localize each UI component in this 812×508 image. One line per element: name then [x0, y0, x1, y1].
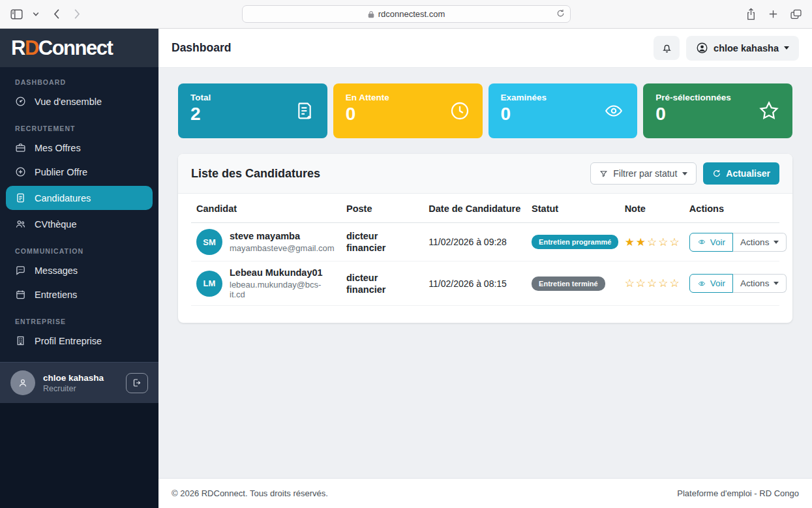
- table-row: SM steve mayamba mayambasteve@gmail.com …: [191, 223, 779, 261]
- voir-button[interactable]: Voir: [689, 233, 733, 252]
- user-name: chloe kahasha: [43, 373, 104, 383]
- col-note: Note: [620, 194, 684, 223]
- candidate-initials-avatar: LM: [196, 271, 222, 297]
- stat-card-pre-selectionnees[interactable]: Pré-sélectionnées 0: [643, 83, 792, 138]
- forward-icon[interactable]: [74, 8, 81, 20]
- candidate-initials-avatar: SM: [196, 229, 222, 255]
- sidebar-filler: [0, 403, 158, 508]
- stat-card-examinees[interactable]: Examinées 0: [489, 83, 638, 138]
- plus-circle-icon: [15, 166, 26, 177]
- file-text-icon: [15, 192, 26, 203]
- briefcase-icon: [15, 142, 26, 153]
- candidatures-card-header: Liste des Candidatures Filtrer par statu…: [178, 154, 792, 194]
- star-icon: [758, 100, 780, 122]
- section-label-recrutement: RECRUTEMENT: [0, 113, 158, 136]
- app-header: Dashboard chloe kahasha: [158, 29, 812, 68]
- sidebar-item-label: Publier Offre: [35, 167, 87, 177]
- sidebar-item-label: Candidatures: [35, 193, 91, 203]
- footer-platform: Plateforme d'emploi - RD Congo: [677, 488, 799, 498]
- notifications-button[interactable]: [654, 36, 680, 60]
- building-icon: [15, 335, 26, 346]
- sidebar-toggle-icon[interactable]: [10, 9, 23, 20]
- document-icon: [294, 100, 315, 121]
- chevron-down-icon: [774, 282, 779, 285]
- col-candidat: Candidat: [191, 194, 341, 223]
- rating-stars[interactable]: ☆☆☆☆☆: [625, 277, 681, 290]
- sidebar-item-candidatures[interactable]: Candidatures: [6, 186, 153, 210]
- actions-label: Actions: [740, 278, 769, 288]
- reload-icon[interactable]: [556, 8, 565, 18]
- status-badge: Entretien terminé: [532, 276, 605, 291]
- candidatures-table: Candidat Poste Date de Candidature Statu…: [191, 194, 779, 306]
- user-menu-button[interactable]: chloe kahasha: [686, 36, 799, 61]
- sidebar-item-label: Messages: [35, 265, 78, 276]
- chevron-down-icon: [774, 241, 779, 244]
- candidate-name: Lebeau Mukunday01: [230, 267, 336, 278]
- refresh-button[interactable]: Actualiser: [703, 162, 779, 185]
- user-role: Recruiter: [43, 384, 104, 393]
- section-label-entreprise: ENTREPRISE: [0, 306, 158, 329]
- chevron-down-icon[interactable]: [33, 12, 39, 16]
- logo-r: R: [11, 37, 25, 59]
- logout-button[interactable]: [126, 373, 148, 393]
- funnel-icon: [599, 170, 608, 178]
- sidebar-item-messages[interactable]: Messages: [0, 258, 158, 282]
- sidebar-item-label: Vue d'ensemble: [35, 97, 102, 107]
- sidebar-item-publier-offre[interactable]: Publier Offre: [0, 160, 158, 184]
- rating-stars[interactable]: ★★☆☆☆: [625, 236, 681, 248]
- filter-status-label: Filtrer par statut: [613, 168, 677, 179]
- stat-cards: Total 2 En Attente 0: [178, 83, 792, 138]
- voir-button[interactable]: Voir: [689, 274, 733, 293]
- list-title: Liste des Candidatures: [191, 167, 320, 181]
- stat-card-en-attente[interactable]: En Attente 0: [333, 83, 483, 138]
- candidate-poste: dicteur financier: [346, 273, 385, 295]
- calendar-icon: [15, 289, 26, 300]
- new-tab-icon[interactable]: [768, 9, 778, 19]
- sidebar-item-profil-entreprise[interactable]: Profil Entreprise: [0, 329, 158, 353]
- col-actions: Actions: [684, 194, 779, 223]
- sidebar-item-cvtheque[interactable]: CVthèque: [0, 212, 158, 236]
- back-icon[interactable]: [53, 8, 60, 20]
- candidate-email: mayambasteve@gmail.com: [230, 243, 335, 253]
- table-row: LM Lebeau Mukunday01 lebeau.mukunday@bcs…: [191, 261, 779, 306]
- browser-chrome: rdconnectest.com: [0, 0, 812, 29]
- sidebar-item-label: Profil Entreprise: [35, 336, 102, 346]
- sidebar-item-mes-offres[interactable]: Mes Offres: [0, 136, 158, 160]
- avatar: [10, 370, 35, 395]
- actions-button[interactable]: Actions: [733, 233, 787, 252]
- lock-icon: [368, 10, 374, 18]
- status-badge: Entretien programmé: [532, 235, 618, 249]
- tabs-overview-icon[interactable]: [790, 9, 802, 20]
- col-statut: Statut: [526, 194, 620, 223]
- candidate-date: 11/02/2026 à 09:28: [429, 237, 507, 247]
- users-icon: [15, 218, 26, 230]
- filter-status-button[interactable]: Filtrer par statut: [590, 162, 697, 185]
- stat-label: Examinées: [501, 93, 547, 102]
- candidate-name: steve mayamba: [230, 231, 335, 241]
- logout-icon: [132, 378, 142, 388]
- sidebar: RDConnect DASHBOARD Vue d'ensemble RECRU…: [0, 29, 158, 508]
- sidebar-item-label: CVthèque: [35, 219, 77, 230]
- voir-label: Voir: [710, 237, 725, 247]
- sidebar-item-label: Mes Offres: [35, 143, 81, 153]
- logo-d: D: [25, 37, 38, 59]
- sidebar-item-vue-densemble[interactable]: Vue d'ensemble: [0, 89, 158, 113]
- stat-label: Total: [190, 93, 211, 102]
- eye-icon: [603, 101, 625, 121]
- bell-icon: [661, 42, 672, 54]
- sidebar-nav: DASHBOARD Vue d'ensemble RECRUTEMENT Mes…: [0, 67, 158, 362]
- actions-button[interactable]: Actions: [733, 274, 787, 293]
- stat-value: 2: [190, 104, 211, 125]
- person-icon: [17, 377, 29, 389]
- logo-connect: Connect: [38, 37, 113, 59]
- actions-label: Actions: [740, 237, 769, 247]
- eye-icon: [697, 238, 706, 246]
- sidebar-item-label: Entretiens: [35, 290, 77, 300]
- share-icon[interactable]: [746, 8, 756, 20]
- dashboard-content: Total 2 En Attente 0: [158, 68, 812, 478]
- url-bar[interactable]: rdconnectest.com: [242, 5, 571, 23]
- sidebar-item-entretiens[interactable]: Entretiens: [0, 282, 158, 306]
- stat-card-total[interactable]: Total 2: [178, 83, 327, 138]
- stat-value: 0: [346, 104, 389, 125]
- page-title: Dashboard: [172, 41, 231, 55]
